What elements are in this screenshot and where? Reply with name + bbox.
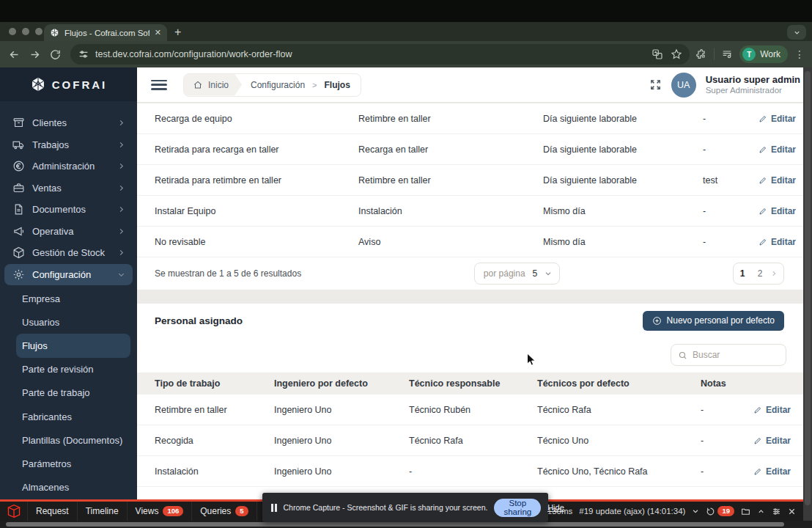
col-tipo-de-trabajo: Tipo de trabajo bbox=[155, 378, 274, 389]
sidebar-item-documentos[interactable]: Documentos bbox=[4, 199, 133, 221]
breadcrumb-section[interactable]: Configuración bbox=[251, 80, 305, 90]
debugbar-tab-timeline[interactable]: Timeline bbox=[77, 502, 127, 521]
debugbar-tab-request[interactable]: Request bbox=[27, 502, 77, 521]
sidebar-item-configuracion[interactable]: Configuración bbox=[4, 264, 133, 286]
profile-avatar: T bbox=[742, 48, 756, 61]
flow-name: Retirada para retimbre en taller bbox=[155, 175, 358, 186]
cell-tipo: Recogida bbox=[155, 436, 274, 446]
pager: 1 2 bbox=[733, 263, 784, 285]
edit-button[interactable]: Editar bbox=[753, 436, 791, 446]
vertical-scrollbar[interactable] bbox=[803, 67, 812, 521]
col-tecnicos: Técnicos por defecto bbox=[537, 378, 701, 389]
reload-icon[interactable] bbox=[49, 48, 62, 61]
sidebar-item-trabajos[interactable]: Trabajos bbox=[4, 134, 133, 156]
submenu-item-parte-de-trabajo[interactable]: Parte de trabajo bbox=[16, 381, 130, 405]
edit-button[interactable]: Editar bbox=[759, 175, 796, 186]
sidebar-item-label: Configuración bbox=[32, 269, 110, 280]
url-text: test.dev.cofrai.com/configuration/work-o… bbox=[95, 49, 644, 59]
submenu-item-parametros[interactable]: Parámetros bbox=[16, 452, 130, 475]
new-personal-button[interactable]: Nuevo personal por defecto bbox=[643, 311, 784, 331]
browser-menu-icon[interactable]: ⋮ bbox=[794, 48, 805, 60]
debugbar-label: Views bbox=[136, 506, 159, 516]
sidebar-item-ventas[interactable]: Ventas bbox=[4, 177, 133, 199]
user-info[interactable]: Usuario super admin Super Administrador bbox=[706, 74, 800, 95]
submenu-item-parte-de-revision[interactable]: Parte de revisión bbox=[16, 358, 130, 381]
hide-link[interactable]: Hide bbox=[547, 503, 564, 512]
request-info[interactable]: #19 update (ajax) (14:01:34) bbox=[579, 507, 685, 516]
cell-responsable: - bbox=[409, 466, 537, 477]
brand[interactable]: COFRAI bbox=[0, 67, 137, 101]
forward-icon[interactable] bbox=[29, 48, 41, 61]
folder-icon[interactable] bbox=[741, 507, 750, 516]
fullscreen-icon[interactable] bbox=[649, 78, 662, 91]
flow-notes: test bbox=[703, 175, 759, 186]
site-info-icon[interactable] bbox=[78, 48, 89, 60]
page-button-2[interactable]: 2 bbox=[751, 268, 769, 279]
new-tab-button[interactable]: + bbox=[174, 26, 181, 39]
edit-button[interactable]: Editar bbox=[753, 405, 791, 415]
pencil-icon bbox=[759, 114, 767, 123]
submenu-item-flujos[interactable]: Flujos bbox=[16, 334, 130, 357]
megaphone-icon bbox=[12, 225, 25, 238]
user-avatar[interactable]: UA bbox=[671, 73, 696, 98]
close-icon[interactable] bbox=[788, 507, 796, 516]
laravel-icon[interactable] bbox=[7, 504, 21, 518]
cell-ingeniero: Ingeniero Uno bbox=[274, 436, 409, 446]
col-tecnico-responsable: Técnico responsable bbox=[409, 378, 537, 389]
cell-notas: - bbox=[701, 405, 753, 415]
tab-close-icon[interactable]: ✕ bbox=[155, 28, 161, 37]
edit-button[interactable]: Editar bbox=[759, 206, 796, 216]
extensions-icon[interactable] bbox=[695, 48, 707, 60]
media-controls-icon[interactable] bbox=[721, 48, 733, 60]
favicon-cofrai-icon bbox=[50, 28, 59, 37]
edit-button[interactable]: Editar bbox=[759, 237, 796, 247]
tab-search-chevron-icon[interactable] bbox=[787, 25, 806, 40]
pencil-icon bbox=[753, 406, 762, 414]
cell-notas: - bbox=[701, 436, 753, 446]
browser-profile-button[interactable]: T Work bbox=[739, 45, 788, 63]
breadcrumb-home[interactable]: Inicio bbox=[184, 74, 242, 96]
chevron-up-icon[interactable] bbox=[757, 507, 765, 516]
history-icon bbox=[706, 507, 715, 516]
submenu-item-usuarios[interactable]: Usuarios bbox=[16, 310, 130, 334]
horizontal-scrollbar-thumb[interactable] bbox=[6, 522, 784, 527]
edit-button[interactable]: Editar bbox=[759, 114, 796, 124]
edit-label: Editar bbox=[766, 405, 791, 415]
window-controls[interactable] bbox=[9, 28, 43, 35]
browser-tab[interactable]: Flujos - Cofrai.com Software ✕ bbox=[44, 24, 167, 41]
per-page-select[interactable]: por página 5 bbox=[474, 263, 560, 285]
bookmark-star-icon[interactable] bbox=[671, 48, 682, 60]
hamburger-menu-icon[interactable] bbox=[151, 80, 167, 90]
submenu-item-plantillas[interactable]: Plantillas (Documentos) bbox=[16, 428, 130, 452]
search-box[interactable] bbox=[671, 344, 786, 366]
sidebar-item-clientes[interactable]: Clientes bbox=[4, 112, 133, 134]
sidebar-item-administracion[interactable]: Administración bbox=[4, 155, 133, 177]
edit-button[interactable]: Editar bbox=[753, 466, 791, 477]
back-icon[interactable] bbox=[8, 48, 21, 61]
history-button[interactable]: 19 bbox=[706, 506, 734, 516]
next-page-icon[interactable] bbox=[770, 270, 778, 277]
search-input[interactable] bbox=[693, 350, 779, 360]
translate-icon[interactable] bbox=[652, 48, 663, 60]
edit-label: Editar bbox=[771, 237, 796, 247]
cell-responsable: Técnico Rubén bbox=[409, 405, 537, 415]
debugbar-tab-queries[interactable]: Queries5 bbox=[191, 502, 256, 521]
edit-button[interactable]: Editar bbox=[759, 144, 796, 155]
table-row: Retirada para retimbre en taller Retimbr… bbox=[137, 165, 812, 196]
vertical-scrollbar-thumb[interactable] bbox=[805, 71, 811, 505]
stop-sharing-button[interactable]: Stop sharing bbox=[494, 499, 541, 517]
page-button-1[interactable]: 1 bbox=[734, 268, 751, 279]
sidebar-item-gestion-de-stock[interactable]: Gestión de Stock bbox=[4, 242, 133, 264]
flow-schedule: Día siguiente laborable bbox=[543, 144, 703, 155]
submenu-item-fabricantes[interactable]: Fabricantes bbox=[16, 405, 130, 428]
submenu-item-empresa[interactable]: Empresa bbox=[16, 287, 130, 310]
chevron-right-icon bbox=[117, 119, 125, 127]
submenu-label: Flujos bbox=[22, 340, 48, 351]
sidebar-item-operativa[interactable]: Operativa bbox=[4, 221, 133, 243]
submenu-item-almacenes[interactable]: Almacenes bbox=[16, 476, 130, 499]
chevron-down-icon[interactable] bbox=[692, 507, 699, 515]
address-bar[interactable]: test.dev.cofrai.com/configuration/work-o… bbox=[70, 44, 690, 65]
debugbar-tab-views[interactable]: Views106 bbox=[127, 502, 192, 521]
settings-sliders-icon[interactable] bbox=[772, 507, 781, 516]
breadcrumb-separator: > bbox=[312, 81, 317, 89]
